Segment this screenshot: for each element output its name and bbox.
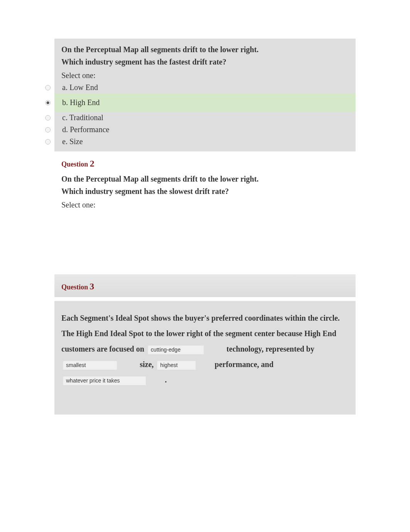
q2-line1: On the Perceptual Map all segments drift… xyxy=(61,175,259,183)
q3-part5: . xyxy=(165,376,167,384)
q3-header-num: 3 xyxy=(90,281,94,291)
q3-input-technology[interactable] xyxy=(148,345,204,354)
q3-input-price[interactable] xyxy=(63,376,146,385)
q2-header-num: 2 xyxy=(90,158,95,168)
q3-input-performance[interactable] xyxy=(157,360,196,370)
question-2-block: Question 2 On the Perceptual Map all seg… xyxy=(54,151,356,228)
q3-header-word: Question xyxy=(61,283,88,291)
q1-option-d[interactable]: d. Performance xyxy=(54,124,356,136)
radio-icon[interactable] xyxy=(45,127,51,133)
question-3-content: Each Segment's Ideal Spot shows the buye… xyxy=(54,301,356,415)
question-2-prompt: On the Perceptual Map all segments drift… xyxy=(54,173,356,197)
q1-option-e[interactable]: e. Size xyxy=(54,136,356,148)
q1-line2: Which industry segment has the fastest d… xyxy=(61,58,226,66)
q1-select-one: Select one: xyxy=(54,68,356,82)
question-3-block: Question 3 Each Segment's Ideal Spot sho… xyxy=(54,274,356,415)
q1-option-a-label: a. Low End xyxy=(62,83,98,92)
q1-option-d-label: d. Performance xyxy=(62,125,109,134)
question-1-content: On the Perceptual Map all segments drift… xyxy=(54,39,356,151)
radio-icon[interactable] xyxy=(45,115,51,121)
q3-part3: size, xyxy=(140,360,154,369)
q1-option-c-label: c. Traditional xyxy=(62,113,103,122)
q2-header-word: Question xyxy=(61,160,88,168)
radio-icon[interactable] xyxy=(45,85,51,90)
q1-option-b[interactable]: b. High End xyxy=(54,93,356,112)
question-2-header: Question 2 xyxy=(54,151,356,173)
question-3-text: Each Segment's Ideal Spot shows the buye… xyxy=(61,310,349,388)
radio-icon-selected[interactable] xyxy=(45,100,51,105)
q1-option-b-label: b. High End xyxy=(62,98,100,107)
question-1-block: On the Perceptual Map all segments drift… xyxy=(54,39,356,151)
q1-line1: On the Perceptual Map all segments drift… xyxy=(61,45,259,54)
q1-option-e-label: e. Size xyxy=(62,137,83,146)
q2-select-one: Select one: xyxy=(54,197,356,212)
q3-part2: technology, represented by xyxy=(227,345,315,353)
radio-icon[interactable] xyxy=(45,139,51,144)
question-3-header: Question 3 xyxy=(54,274,356,297)
q3-input-size[interactable] xyxy=(63,360,117,370)
question-1-prompt: On the Perceptual Map all segments drift… xyxy=(54,43,356,68)
q2-line2: Which industry segment has the slowest d… xyxy=(61,187,229,195)
q1-option-c[interactable]: c. Traditional xyxy=(54,112,356,124)
q3-part4: performance, and xyxy=(215,360,273,369)
q1-option-a[interactable]: a. Low End xyxy=(54,82,356,93)
